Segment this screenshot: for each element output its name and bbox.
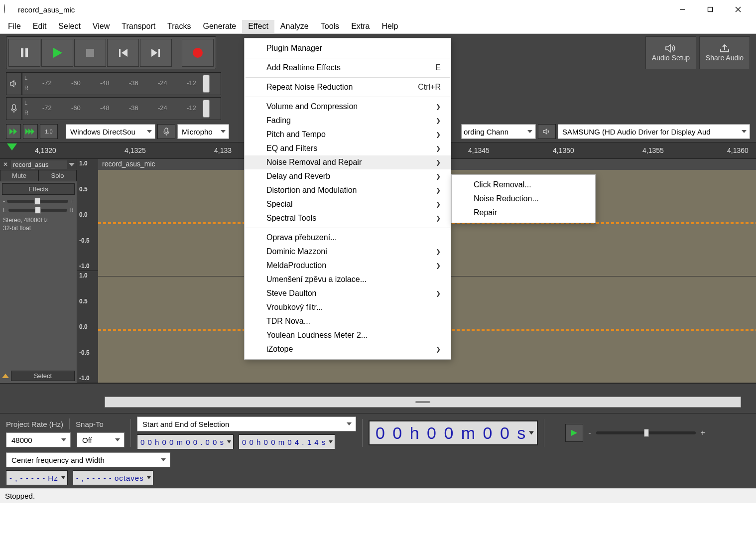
speaker-icon <box>665 44 677 53</box>
horizontal-scrollbar[interactable] <box>105 397 741 408</box>
effect-menu-item[interactable]: Youlean Loudness Meter 2... <box>245 328 451 342</box>
menu-tools[interactable]: Tools <box>315 20 345 33</box>
track-menu-chevron-icon[interactable] <box>69 163 75 166</box>
effect-menu-item[interactable]: Distortion and Modulation❯ <box>245 183 451 197</box>
menu-item-label: Special <box>266 200 292 209</box>
snap-to-select[interactable]: Off <box>77 432 125 447</box>
meter-slider-knob[interactable] <box>203 75 210 93</box>
svg-marker-9 <box>122 49 127 57</box>
track-collapse-icon[interactable] <box>2 374 9 378</box>
gain-slider[interactable] <box>7 200 68 203</box>
rec-device-select[interactable]: Micropho <box>177 124 229 139</box>
mute-button[interactable]: Mute <box>0 170 38 181</box>
effect-menu-item[interactable]: Add Realtime EffectsE <box>245 61 451 75</box>
share-audio-button[interactable]: Share Audio <box>699 36 750 69</box>
submenu-item[interactable]: Click Removal... <box>452 178 595 192</box>
selection-end-time[interactable]: 0 0 h 0 0 m 0 4 . 1 4 s <box>239 434 335 449</box>
menu-transport[interactable]: Transport <box>116 20 161 33</box>
track-header[interactable]: ✕ record_asus <box>0 159 77 170</box>
menu-select[interactable]: Select <box>52 20 86 33</box>
skip-start-button[interactable] <box>107 39 139 67</box>
pan-slider[interactable] <box>8 209 68 212</box>
effect-menu-item[interactable]: Vroubkový filtr... <box>245 300 451 314</box>
solo-button[interactable]: Solo <box>38 170 77 181</box>
menu-item-label: Repeat Noise Reduction <box>266 83 353 92</box>
track-name[interactable]: record_asus <box>11 160 67 169</box>
timeline-tick-label: 4,1360 <box>727 146 749 154</box>
skip-end-button[interactable] <box>140 39 172 67</box>
titlebar: record_asus_mic <box>0 0 756 19</box>
effect-menu-item[interactable]: Steve Daulton❯ <box>245 286 451 300</box>
record-meter-icon[interactable] <box>6 97 22 120</box>
pan-l-label: L <box>3 207 6 214</box>
playback-meter[interactable]: LR-72-60-48-36-24-12 <box>22 72 221 95</box>
effect-menu-item[interactable]: Noise Removal and Repair❯ <box>245 155 451 169</box>
menu-edit[interactable]: Edit <box>27 20 53 33</box>
play-at-speed-mini[interactable] <box>565 424 583 442</box>
effect-menu-item[interactable]: EQ and Filters❯ <box>245 141 451 155</box>
submenu-item[interactable]: Noise Reduction... <box>452 192 595 206</box>
submenu-item[interactable]: Repair <box>452 206 595 220</box>
amplitude-label: 1.0 <box>79 160 96 167</box>
effect-menu-item[interactable]: MeldaProduction❯ <box>245 259 451 272</box>
menu-file[interactable]: File <box>2 20 27 33</box>
record-meter[interactable]: LR-72-60-48-36-24-12 <box>22 97 221 120</box>
project-rate-select[interactable]: 48000 <box>6 432 71 447</box>
play-button[interactable] <box>41 39 73 67</box>
effect-menu-item[interactable]: Repeat Noise ReductionCtrl+R <box>245 80 451 94</box>
rec-channels-select[interactable]: ording Chann <box>461 124 536 139</box>
playback-meter-icon[interactable] <box>6 72 22 95</box>
minimize-button[interactable] <box>668 0 696 18</box>
playback-speed-slider-bottom[interactable] <box>596 431 696 434</box>
stop-button[interactable] <box>74 39 106 67</box>
submenu-arrow-icon: ❯ <box>436 262 441 269</box>
effect-menu-item[interactable]: Spectral Tools❯ <box>245 211 451 225</box>
play-at-speed-button[interactable] <box>6 124 21 139</box>
menu-effect[interactable]: Effect <box>242 20 274 33</box>
effect-menu-item[interactable]: Dominic Mazzoni❯ <box>245 245 451 259</box>
menu-item-label: Fading <box>266 116 291 125</box>
effect-menu-item[interactable]: TDR Nova... <box>245 314 451 328</box>
spectral-mode-select[interactable]: Center frequency and Width <box>6 452 170 467</box>
pan-r-label: R <box>69 207 74 214</box>
selection-start-time[interactable]: 0 0 h 0 0 m 0 0 . 0 0 s <box>137 434 234 449</box>
play-device-select[interactable]: SAMSUNG (HD Audio Driver for Display Aud <box>558 124 750 139</box>
track-select-button[interactable]: Select <box>11 371 75 381</box>
effect-menu-item[interactable]: Oprava přebuzení... <box>245 231 451 245</box>
playhead-icon[interactable] <box>7 143 17 150</box>
effect-menu-item[interactable]: Umenšení zpěvu a izolace... <box>245 272 451 286</box>
menu-extra[interactable]: Extra <box>345 20 376 33</box>
close-button[interactable] <box>724 0 752 18</box>
record-button[interactable] <box>182 39 214 67</box>
menu-generate[interactable]: Generate <box>197 20 243 33</box>
snap-to-label: Snap-To <box>76 420 104 428</box>
effect-menu-item[interactable]: Delay and Reverb❯ <box>245 169 451 183</box>
timeline-tick-label: 4,1350 <box>553 146 574 154</box>
audio-host-select[interactable]: Windows DirectSou <box>66 124 155 139</box>
effect-menu-item[interactable]: Special❯ <box>245 197 451 211</box>
menu-analyze[interactable]: Analyze <box>274 20 315 33</box>
menu-view[interactable]: View <box>87 20 116 33</box>
selection-mode-select[interactable]: Start and End of Selection <box>137 416 356 431</box>
effect-menu-item[interactable]: iZotope❯ <box>245 342 451 356</box>
amplitude-label: 0.5 <box>79 298 96 305</box>
meter-slider-knob[interactable] <box>203 100 210 118</box>
effect-menu-item[interactable]: Volume and Compression❯ <box>245 100 451 114</box>
playback-speed-slider[interactable]: 1.0 <box>40 124 58 139</box>
frequency-box[interactable]: - , - - - - - Hz <box>6 470 68 485</box>
effect-menu-item[interactable]: Pitch and Tempo❯ <box>245 128 451 141</box>
effect-menu-item[interactable]: Fading❯ <box>245 114 451 128</box>
track-effects-button[interactable]: Effects <box>2 183 75 195</box>
octaves-box[interactable]: - , - - - - - octaves <box>73 470 153 485</box>
audio-position-time[interactable]: 0 0 h 0 0 m 0 0 s <box>369 420 538 445</box>
pause-button[interactable] <box>8 39 40 67</box>
menu-item-label: Vroubkový filtr... <box>266 303 323 312</box>
maximize-button[interactable] <box>696 0 724 18</box>
play-cut-preview-button[interactable] <box>23 124 38 139</box>
audio-setup-button[interactable]: Audio Setup <box>645 36 696 69</box>
menu-tracks[interactable]: Tracks <box>161 20 197 33</box>
amplitude-label: 0.0 <box>79 211 96 218</box>
effect-menu-item[interactable]: Plugin Manager <box>245 41 451 55</box>
menu-help[interactable]: Help <box>376 20 404 33</box>
track-close-icon[interactable]: ✕ <box>2 161 9 168</box>
